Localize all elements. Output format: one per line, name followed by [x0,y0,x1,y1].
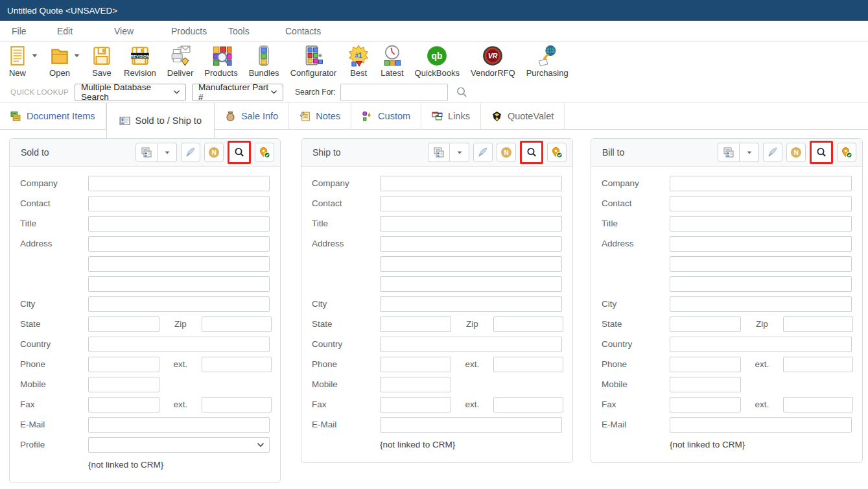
bill-to-fax-ext-input[interactable] [783,397,853,412]
ship-to-state-zip-input[interactable] [493,316,563,332]
bill-to-country-input[interactable] [670,337,852,352]
menu-item-edit[interactable]: Edit [57,26,102,36]
ship-to-city-input[interactable] [380,296,562,312]
n-badge-button[interactable]: N [786,143,806,162]
sold-to-phone-input[interactable] [88,357,159,372]
ship-to-address-input[interactable] [380,236,562,252]
search-field-select[interactable]: Manufacturer Part # [192,84,283,101]
sold-to-email-input[interactable] [88,417,270,433]
tab-links[interactable]: Links [421,103,481,129]
menu-item-tools[interactable]: Tools [228,26,274,36]
sold-to-company-input[interactable] [88,176,270,191]
purchasing-toolbar-button[interactable]: Purchasing [526,44,569,78]
quill-pen-button[interactable] [763,143,782,162]
bill-to-state-input[interactable] [670,316,741,332]
dropdown-caret-icon[interactable] [74,54,80,58]
bill-to-phone-input[interactable] [670,357,741,372]
copy-contact-button-dropdown[interactable] [158,143,177,162]
sold-to-address-label: Address [20,239,88,248]
ship-to-phone-input[interactable] [380,357,451,372]
sold-to-city-input[interactable] [88,296,270,312]
bill-to-address3-input[interactable] [670,276,852,292]
bill-to-contact-input[interactable] [670,196,852,211]
tab-quotevalet[interactable]: QuoteValet [481,103,565,129]
ship-to-country-input[interactable] [380,337,562,352]
sold-to-address2-input[interactable] [88,256,270,272]
bill-to-phone-ext-input[interactable] [783,357,853,372]
lookup-search-icon[interactable] [455,86,468,99]
sold-to-profile-select[interactable] [88,437,270,453]
tab-document-items[interactable]: Document Items [0,103,106,129]
contact-search-button[interactable] [229,143,249,162]
ship-to-title-input[interactable] [380,216,562,232]
ship-to-contact-input[interactable] [380,196,562,211]
database-select[interactable]: Multiple Database Search [75,84,186,101]
n-badge-button[interactable]: N [204,143,224,162]
copy-contact-button[interactable] [718,143,740,162]
save-toolbar-button[interactable]: Save [91,44,113,78]
contact-search-button[interactable] [812,143,831,162]
bill-to-company-input[interactable] [670,176,852,191]
sold-to-title-input[interactable] [88,216,270,232]
map-pin-button[interactable] [837,143,856,162]
latest-toolbar-button[interactable]: Latest [381,44,403,78]
menu-item-contacts[interactable]: Contacts [285,26,331,36]
best-toolbar-button[interactable]: #1Best [347,44,369,78]
menu-item-products[interactable]: Products [171,26,217,36]
sold-to-contact-input[interactable] [88,196,270,211]
search-input[interactable] [340,84,448,101]
tab-notes[interactable]: Notes [289,103,351,129]
contact-search-button[interactable] [522,143,541,162]
sold-to-fax-ext-input[interactable] [202,397,272,412]
ship-to-fax-ext-input[interactable] [493,397,563,412]
configurator-toolbar-button[interactable]: Configurator [290,44,337,78]
bill-to-fax-input[interactable] [670,397,741,412]
map-pin-button[interactable] [547,143,567,162]
bill-to-address-input[interactable] [670,236,852,252]
bill-to-city-input[interactable] [670,296,852,312]
sold-to-fax-input[interactable] [88,397,159,412]
sold-to-state-input[interactable] [88,316,159,332]
copy-contact-button-dropdown[interactable] [450,143,469,162]
n-badge-button[interactable]: N [497,143,516,162]
sold-to-country-input[interactable] [88,337,270,352]
copy-contact-button-dropdown[interactable] [740,143,759,162]
quickbooks-toolbar-button[interactable]: qbQuickBooks [415,44,460,78]
quill-pen-button[interactable] [473,143,493,162]
bill-to-address2-input[interactable] [670,256,852,272]
sold-to-phone-ext-input[interactable] [202,357,272,372]
deliver-toolbar-button[interactable]: Deliver [167,44,193,78]
map-pin-button[interactable] [255,143,274,162]
vendorrfq-toolbar-button[interactable]: VRVendorRFQ [471,44,515,78]
ship-to-address3-input[interactable] [380,276,562,292]
ship-to-fax-input[interactable] [380,397,451,412]
revision-toolbar-button[interactable]: REVISIONRevision [124,44,156,78]
quill-pen-button[interactable] [181,143,200,162]
copy-contact-button[interactable] [135,143,158,162]
open-toolbar-button[interactable]: Open [49,44,71,78]
bill-to-email-input[interactable] [670,417,852,433]
ship-to-mobile-input[interactable] [380,377,451,392]
bill-to-title-input[interactable] [670,216,852,232]
ship-to-company-input[interactable] [380,176,562,191]
bundles-toolbar-button[interactable]: Bundles [249,44,279,78]
tab-sale-info[interactable]: Sale Info [215,103,289,129]
products-toolbar-button[interactable]: Products [204,44,237,78]
ship-to-address2-input[interactable] [380,256,562,272]
sold-to-mobile-input[interactable] [88,377,159,392]
menu-item-view[interactable]: View [114,26,159,36]
tab-sold-to-ship-to[interactable]: Sold to / Ship to [106,103,215,138]
copy-contact-button[interactable] [428,143,450,162]
ship-to-email-input[interactable] [380,417,562,433]
tab-custom[interactable]: Custom [351,103,421,129]
ship-to-state-input[interactable] [380,316,451,332]
bill-to-state-zip-input[interactable] [783,316,853,332]
dropdown-caret-icon[interactable] [32,54,38,58]
new-toolbar-button[interactable]: New [6,44,29,78]
ship-to-phone-ext-input[interactable] [493,357,563,372]
sold-to-address-input[interactable] [88,236,270,252]
sold-to-address3-input[interactable] [88,276,270,292]
bill-to-mobile-input[interactable] [670,377,741,392]
sold-to-state-zip-input[interactable] [202,316,272,332]
menu-item-file[interactable]: File [12,26,45,36]
